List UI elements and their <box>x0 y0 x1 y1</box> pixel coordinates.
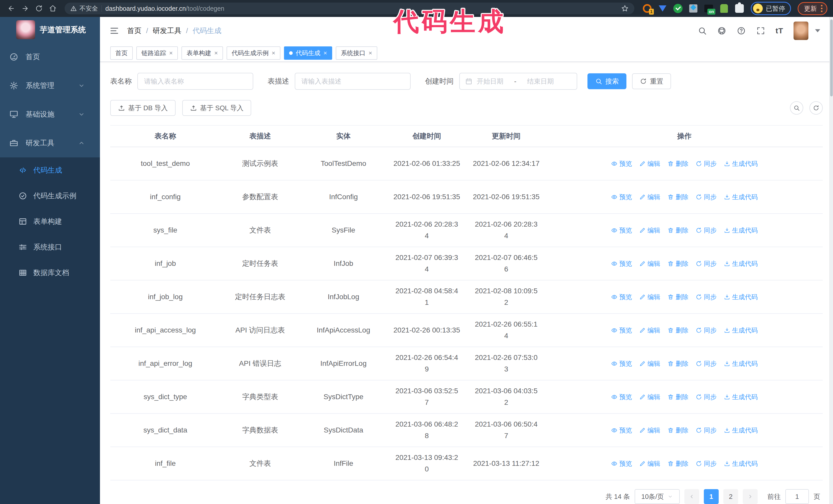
prev-page-button[interactable] <box>684 489 699 504</box>
profile-paused-badge[interactable]: 已暂停 <box>751 2 791 15</box>
action-eye[interactable]: 预览 <box>611 192 632 202</box>
search-icon[interactable] <box>698 26 707 35</box>
close-tag-icon[interactable]: × <box>324 50 327 56</box>
tag-表单构建[interactable]: 表单构建× <box>182 46 223 60</box>
insecure-warning[interactable]: 不安全 <box>70 4 98 13</box>
page-button-1[interactable]: 1 <box>704 489 719 504</box>
github-icon[interactable] <box>717 26 727 35</box>
goto-page-input[interactable] <box>785 489 809 504</box>
sidebar-subitem-api[interactable]: 系统接口 <box>0 234 100 260</box>
tag-代码生成示例[interactable]: 代码生成示例× <box>227 46 280 60</box>
tag-系统接口[interactable]: 系统接口× <box>336 46 377 60</box>
action-download[interactable]: 生成代码 <box>724 325 758 335</box>
action-trash[interactable]: 删除 <box>667 458 688 469</box>
action-pencil[interactable]: 编辑 <box>639 159 660 169</box>
sidebar-subitem-form[interactable]: 表单构建 <box>0 209 100 234</box>
window-scrollbar[interactable] <box>829 17 833 504</box>
import-db-button[interactable]: 基于 DB 导入 <box>110 100 175 116</box>
action-trash[interactable]: 删除 <box>667 358 688 369</box>
close-tag-icon[interactable]: × <box>368 50 372 56</box>
page-button-2[interactable]: 2 <box>723 489 738 504</box>
action-eye[interactable]: 预览 <box>611 458 632 469</box>
sidebar-item-monitor[interactable]: 基础设施 <box>0 100 100 129</box>
next-page-button[interactable] <box>743 489 758 504</box>
collapse-sidebar-icon[interactable] <box>109 26 119 36</box>
browser-home-button[interactable] <box>47 3 58 14</box>
import-sql-button[interactable]: 基于 SQL 导入 <box>182 100 252 116</box>
extension-icon-3[interactable] <box>673 3 683 14</box>
table-desc-input[interactable] <box>295 73 411 90</box>
action-pencil[interactable]: 编辑 <box>639 225 660 235</box>
address-bar[interactable]: 不安全 dashboard.yudao.iocoder.cn/tool/code… <box>65 3 634 14</box>
extension-icon-5[interactable]: on <box>704 3 714 14</box>
action-sync[interactable]: 同步 <box>696 225 717 235</box>
sidebar-subitem-database[interactable]: 数据库文档 <box>0 260 100 286</box>
tag-代码生成[interactable]: 代码生成× <box>284 46 332 60</box>
sidebar-subitem-example[interactable]: 代码生成示例 <box>0 183 100 209</box>
action-eye[interactable]: 预览 <box>611 159 632 169</box>
extension-icon-6[interactable] <box>719 3 729 14</box>
action-pencil[interactable]: 编辑 <box>639 458 660 469</box>
browser-back-button[interactable] <box>6 3 17 14</box>
font-size-icon[interactable]: tT <box>776 26 783 35</box>
action-sync[interactable]: 同步 <box>696 192 717 202</box>
action-eye[interactable]: 预览 <box>611 292 632 302</box>
close-tag-icon[interactable]: × <box>272 50 275 56</box>
extension-icon-2[interactable] <box>658 3 668 14</box>
action-download[interactable]: 生成代码 <box>724 425 758 435</box>
refresh-table-button[interactable] <box>809 101 823 115</box>
action-sync[interactable]: 同步 <box>696 425 717 435</box>
action-download[interactable]: 生成代码 <box>724 258 758 269</box>
action-sync[interactable]: 同步 <box>696 325 717 335</box>
action-eye[interactable]: 预览 <box>611 425 632 435</box>
action-trash[interactable]: 删除 <box>667 159 688 169</box>
browser-menu-icon[interactable] <box>821 5 823 12</box>
action-eye[interactable]: 预览 <box>611 325 632 335</box>
tag-链路追踪[interactable]: 链路追踪× <box>136 46 178 60</box>
action-trash[interactable]: 删除 <box>667 325 688 335</box>
sidebar-subitem-code[interactable]: 代码生成 <box>0 158 100 183</box>
action-download[interactable]: 生成代码 <box>724 358 758 369</box>
action-eye[interactable]: 预览 <box>611 225 632 235</box>
action-trash[interactable]: 删除 <box>667 225 688 235</box>
action-trash[interactable]: 删除 <box>667 392 688 402</box>
avatar-caret-icon[interactable] <box>815 29 820 32</box>
action-download[interactable]: 生成代码 <box>724 458 758 469</box>
bookmark-star-icon[interactable] <box>621 5 629 12</box>
browser-reload-button[interactable] <box>33 3 45 14</box>
extension-icon-1[interactable]: 1 <box>642 3 652 14</box>
action-pencil[interactable]: 编辑 <box>639 192 660 202</box>
action-sync[interactable]: 同步 <box>696 159 717 169</box>
action-pencil[interactable]: 编辑 <box>639 358 660 369</box>
search-button[interactable]: 搜索 <box>588 73 626 89</box>
action-sync[interactable]: 同步 <box>696 392 717 402</box>
action-eye[interactable]: 预览 <box>611 358 632 369</box>
action-download[interactable]: 生成代码 <box>724 225 758 235</box>
action-download[interactable]: 生成代码 <box>724 159 758 169</box>
tag-首页[interactable]: 首页 <box>110 46 133 60</box>
action-sync[interactable]: 同步 <box>696 292 717 302</box>
sidebar-item-toolbox[interactable]: 研发工具 <box>0 129 100 158</box>
close-tag-icon[interactable]: × <box>169 50 173 56</box>
action-trash[interactable]: 删除 <box>667 425 688 435</box>
date-range-picker[interactable]: 开始日期 - 结束日期 <box>459 73 577 90</box>
action-pencil[interactable]: 编辑 <box>639 392 660 402</box>
page-size-select[interactable]: 10条/页 <box>635 489 680 504</box>
close-tag-icon[interactable]: × <box>214 50 218 56</box>
action-sync[interactable]: 同步 <box>696 358 717 369</box>
action-download[interactable]: 生成代码 <box>724 292 758 302</box>
action-sync[interactable]: 同步 <box>696 458 717 469</box>
breadcrumb-home[interactable]: 首页 <box>127 26 142 35</box>
reset-button[interactable]: 重置 <box>632 73 671 89</box>
action-trash[interactable]: 删除 <box>667 192 688 202</box>
table-name-input[interactable] <box>137 73 253 90</box>
extension-icon-4[interactable] <box>688 3 698 14</box>
action-sync[interactable]: 同步 <box>696 258 717 269</box>
app-logo-row[interactable]: 芋道管理系统 <box>0 17 100 43</box>
toggle-search-button[interactable] <box>790 101 803 115</box>
action-pencil[interactable]: 编辑 <box>639 325 660 335</box>
extension-icon-7[interactable] <box>734 3 744 14</box>
action-trash[interactable]: 删除 <box>667 258 688 269</box>
action-pencil[interactable]: 编辑 <box>639 292 660 302</box>
action-download[interactable]: 生成代码 <box>724 192 758 202</box>
